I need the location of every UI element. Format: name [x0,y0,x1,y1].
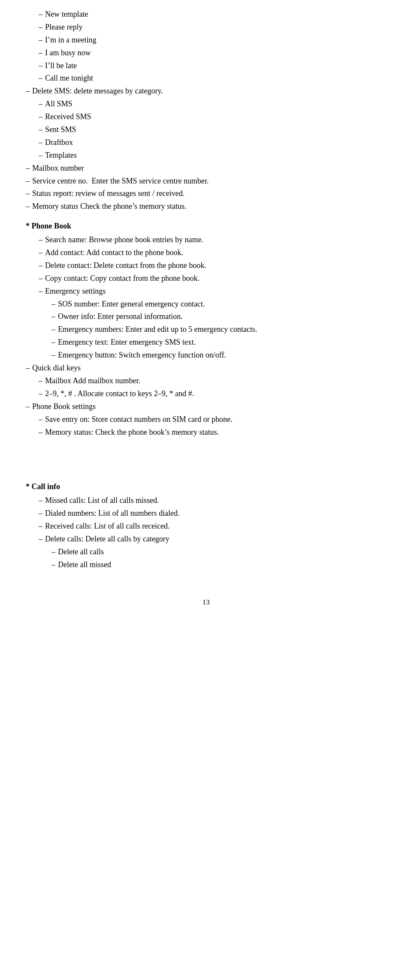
list-item: – Service centre no. Enter the SMS servi… [26,175,386,187]
list-item: – Quick dial keys [26,362,386,374]
list-item: – Emergency button: Switch emergency fun… [26,349,386,361]
copy-contact-text: Copy contact: Copy contact from the phon… [45,273,200,285]
save-entry-text: Save entry on: Store contact numbers on … [45,414,232,426]
dash-icon: – [39,520,42,532]
list-item: – Received SMS [26,111,386,123]
list-item: – SOS number: Enter general emergency co… [26,298,386,310]
page-number: 13 [26,597,386,608]
list-item: – Search name: Browse phone book entries… [26,234,386,246]
dash-icon: – [39,260,42,272]
dash-icon: – [39,60,42,72]
emergency-button-text: Emergency button: Switch emergency funct… [58,349,226,361]
call-info-header: * Call info [26,481,386,493]
dash-icon: – [39,72,42,84]
list-item: – Status report: review of messages sent… [26,188,386,200]
list-item: – I’ll be late [26,60,386,72]
all-sms-text: All SMS [45,98,73,110]
list-item: – Memory status Check the phone’s memory… [26,201,386,213]
ill-be-late-text: I’ll be late [45,60,77,72]
dash-icon: – [26,175,30,187]
emergency-settings-text: Emergency settings [45,286,106,298]
dash-icon: – [39,495,42,507]
spacer [26,439,386,456]
list-item: – Draftbox [26,137,386,149]
list-item: – Dialed numbers: List of all numbers di… [26,508,386,520]
dash-icon: – [39,21,42,33]
dash-icon: – [39,111,42,123]
list-item: – Templates [26,150,386,162]
emergency-text-text: Emergency text: Enter emergency SMS text… [58,337,196,349]
dash-icon: – [39,414,42,426]
list-item: – Memory status: Check the phone book’s … [26,427,386,439]
list-item: – I’m in a meeting [26,34,386,46]
dash-icon: – [52,559,55,571]
memory-status-pb-text: Memory status: Check the phone book’s me… [45,427,219,439]
list-item: – Phone Book settings [26,401,386,413]
list-item: – Mailbox number [26,162,386,174]
dash-icon: – [39,9,42,21]
dash-icon: – [26,201,30,213]
dash-icon: – [39,533,42,545]
list-item: – I am busy now [26,47,386,59]
service-centre-label: Service centre no. [32,175,88,187]
memory-status-sms-text: Memory status Check the phone’s memory s… [32,201,186,213]
list-item: – Emergency settings [26,286,386,298]
spacer [26,456,386,473]
list-item: – Delete all calls [26,546,386,558]
dash-icon: – [39,137,42,149]
draftbox-text: Draftbox [45,137,73,149]
add-contact-text: Add contact: Add contact to the phone bo… [45,247,183,259]
emergency-numbers-text: Emergency numbers: Enter and edit up to … [58,324,257,336]
list-item: – 2–9, *, # . Allocate contact to keys 2… [26,388,386,400]
list-item: – All SMS [26,98,386,110]
mailbox-add-text: Mailbox Add mailbox number. [45,375,140,387]
allocate-keys-text: 2–9, *, # . Allocate contact to keys 2–9… [45,388,194,400]
call-me-tonight-text: Call me tonight [45,72,93,84]
list-item: – Call me tonight [26,72,386,84]
dash-icon: – [52,298,55,310]
dash-icon: – [39,98,42,110]
dash-icon: – [26,362,30,374]
list-item: – Mailbox Add mailbox number. [26,375,386,387]
dash-icon: – [39,34,42,46]
dash-icon: – [26,401,30,413]
dash-icon: – [39,150,42,162]
dash-icon: – [26,188,30,200]
dash-icon: – [39,47,42,59]
missed-calls-text: Missed calls: List of all calls missed. [45,495,159,507]
dash-icon: – [39,234,42,246]
dash-icon: – [52,546,55,558]
dash-icon: – [39,508,42,520]
sent-sms-text: Sent SMS [45,124,76,136]
dash-icon: – [39,427,42,439]
dash-icon: – [52,349,55,361]
owner-info-text: Owner info: Enter personal information. [58,311,182,323]
list-item: – New template [26,9,386,21]
quick-dial-keys-text: Quick dial keys [32,362,81,374]
received-sms-text: Received SMS [45,111,91,123]
dialed-numbers-text: Dialed numbers: List of all numbers dial… [45,508,179,520]
please-reply-text: Please reply [45,21,82,33]
page-content: – New template – Please reply – I’m in a… [26,9,386,608]
dash-icon: – [39,247,42,259]
list-item: – Please reply [26,21,386,33]
list-item: – Delete contact: Delete contact from th… [26,260,386,272]
list-item: – Emergency text: Enter emergency SMS te… [26,337,386,349]
dash-icon: – [26,85,30,97]
status-report-text: Status report: review of messages sent /… [32,188,185,200]
dash-icon: – [39,286,42,298]
dash-icon: – [39,124,42,136]
search-name-text: Search name: Browse phone book entries b… [45,234,203,246]
templates-text: Templates [45,150,77,162]
phone-book-header: * Phone Book [26,220,386,232]
list-item: – Save entry on: Store contact numbers o… [26,414,386,426]
delete-all-calls-text: Delete all calls [58,546,104,558]
received-calls-text: Received calls: List of all calls receic… [45,520,170,532]
dash-icon: – [52,324,55,336]
service-centre-desc: Enter the SMS service centre number. [88,175,209,187]
list-item: – Sent SMS [26,124,386,136]
delete-calls-text: Delete calls: Delete all calls by catego… [45,533,170,545]
list-item: – Delete all missed [26,559,386,571]
mailbox-number-text: Mailbox number [32,162,84,174]
i-am-busy-text: I am busy now [45,47,91,59]
